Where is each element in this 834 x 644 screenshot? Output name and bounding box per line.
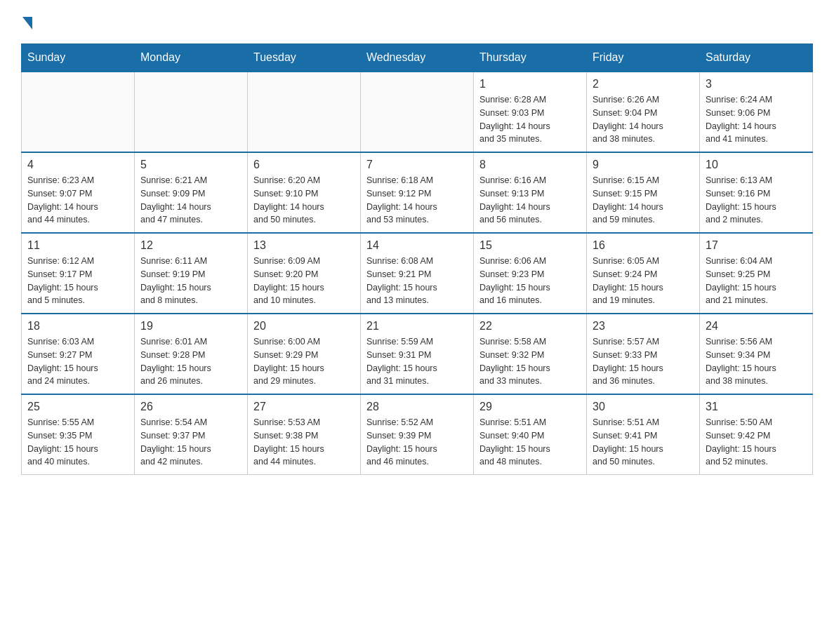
- day-number: 3: [706, 78, 807, 90]
- calendar-cell: 16Sunrise: 6:05 AMSunset: 9:24 PMDayligh…: [587, 233, 700, 314]
- day-number: 11: [27, 239, 128, 252]
- calendar-cell: 29Sunrise: 5:51 AMSunset: 9:40 PMDayligh…: [474, 394, 587, 475]
- day-number: 28: [366, 401, 468, 413]
- weekday-header-thursday: Thursday: [474, 44, 587, 72]
- day-number: 7: [366, 159, 468, 171]
- day-info: Sunrise: 6:00 AMSunset: 9:29 PMDaylight:…: [253, 335, 355, 388]
- day-number: 31: [706, 401, 807, 413]
- calendar-cell: 31Sunrise: 5:50 AMSunset: 9:42 PMDayligh…: [700, 394, 813, 475]
- calendar-cell: 30Sunrise: 5:51 AMSunset: 9:41 PMDayligh…: [587, 394, 700, 475]
- day-info: Sunrise: 6:06 AMSunset: 9:23 PMDaylight:…: [479, 255, 581, 307]
- calendar-cell: 12Sunrise: 6:11 AMSunset: 9:19 PMDayligh…: [135, 233, 248, 314]
- day-number: 1: [479, 78, 581, 90]
- day-info: Sunrise: 6:13 AMSunset: 9:16 PMDaylight:…: [706, 174, 807, 227]
- calendar-cell: 20Sunrise: 6:00 AMSunset: 9:29 PMDayligh…: [248, 314, 361, 394]
- day-number: 2: [593, 78, 694, 90]
- day-info: Sunrise: 6:15 AMSunset: 9:15 PMDaylight:…: [593, 174, 694, 227]
- day-info: Sunrise: 5:51 AMSunset: 9:41 PMDaylight:…: [593, 416, 694, 469]
- weekday-header-saturday: Saturday: [700, 44, 813, 72]
- calendar-cell: 23Sunrise: 5:57 AMSunset: 9:33 PMDayligh…: [587, 314, 700, 394]
- day-number: 10: [706, 159, 807, 171]
- calendar-table: SundayMondayTuesdayWednesdayThursdayFrid…: [21, 43, 813, 475]
- calendar-cell: 17Sunrise: 6:04 AMSunset: 9:25 PMDayligh…: [700, 233, 813, 314]
- day-info: Sunrise: 6:11 AMSunset: 9:19 PMDaylight:…: [140, 255, 241, 307]
- day-number: 6: [253, 159, 355, 171]
- day-info: Sunrise: 5:59 AMSunset: 9:31 PMDaylight:…: [366, 335, 468, 388]
- day-info: Sunrise: 5:51 AMSunset: 9:40 PMDaylight:…: [479, 416, 581, 469]
- day-number: 29: [479, 401, 581, 413]
- weekday-header-friday: Friday: [587, 44, 700, 72]
- day-number: 5: [140, 159, 241, 171]
- calendar-cell: 28Sunrise: 5:52 AMSunset: 9:39 PMDayligh…: [361, 394, 474, 475]
- day-info: Sunrise: 6:24 AMSunset: 9:06 PMDaylight:…: [706, 93, 807, 146]
- day-number: 12: [140, 239, 241, 252]
- day-info: Sunrise: 6:05 AMSunset: 9:24 PMDaylight:…: [593, 255, 694, 307]
- calendar-cell: 5Sunrise: 6:21 AMSunset: 9:09 PMDaylight…: [135, 152, 248, 233]
- day-info: Sunrise: 6:12 AMSunset: 9:17 PMDaylight:…: [27, 255, 128, 307]
- calendar-cell: [361, 72, 474, 152]
- day-info: Sunrise: 5:56 AMSunset: 9:34 PMDaylight:…: [706, 335, 807, 388]
- calendar-cell: 2Sunrise: 6:26 AMSunset: 9:04 PMDaylight…: [587, 72, 700, 152]
- day-number: 30: [593, 401, 694, 413]
- day-info: Sunrise: 6:09 AMSunset: 9:20 PMDaylight:…: [253, 255, 355, 307]
- calendar-cell: 1Sunrise: 6:28 AMSunset: 9:03 PMDaylight…: [474, 72, 587, 152]
- day-number: 18: [27, 320, 128, 333]
- page-header: [21, 14, 813, 29]
- calendar-cell: 21Sunrise: 5:59 AMSunset: 9:31 PMDayligh…: [361, 314, 474, 394]
- day-number: 26: [140, 401, 241, 413]
- day-info: Sunrise: 6:03 AMSunset: 9:27 PMDaylight:…: [27, 335, 128, 388]
- day-info: Sunrise: 5:54 AMSunset: 9:37 PMDaylight:…: [140, 416, 241, 469]
- calendar-cell: 6Sunrise: 6:20 AMSunset: 9:10 PMDaylight…: [248, 152, 361, 233]
- day-number: 19: [140, 320, 241, 333]
- calendar-cell: 25Sunrise: 5:55 AMSunset: 9:35 PMDayligh…: [22, 394, 135, 475]
- day-number: 13: [253, 239, 355, 252]
- day-info: Sunrise: 5:52 AMSunset: 9:39 PMDaylight:…: [366, 416, 468, 469]
- weekday-header-tuesday: Tuesday: [248, 44, 361, 72]
- day-info: Sunrise: 6:23 AMSunset: 9:07 PMDaylight:…: [27, 174, 128, 227]
- day-info: Sunrise: 5:53 AMSunset: 9:38 PMDaylight:…: [253, 416, 355, 469]
- day-number: 14: [366, 239, 468, 252]
- day-number: 17: [706, 239, 807, 252]
- calendar-week-3: 11Sunrise: 6:12 AMSunset: 9:17 PMDayligh…: [22, 233, 813, 314]
- day-info: Sunrise: 5:57 AMSunset: 9:33 PMDaylight:…: [593, 335, 694, 388]
- calendar-cell: 15Sunrise: 6:06 AMSunset: 9:23 PMDayligh…: [474, 233, 587, 314]
- day-info: Sunrise: 6:21 AMSunset: 9:09 PMDaylight:…: [140, 174, 241, 227]
- day-number: 23: [593, 320, 694, 333]
- day-info: Sunrise: 6:16 AMSunset: 9:13 PMDaylight:…: [479, 174, 581, 227]
- day-number: 4: [27, 159, 128, 171]
- day-info: Sunrise: 5:55 AMSunset: 9:35 PMDaylight:…: [27, 416, 128, 469]
- logo-arrow-icon: [22, 17, 32, 29]
- day-number: 22: [479, 320, 581, 333]
- calendar-cell: 11Sunrise: 6:12 AMSunset: 9:17 PMDayligh…: [22, 233, 135, 314]
- day-number: 21: [366, 320, 468, 333]
- calendar-week-4: 18Sunrise: 6:03 AMSunset: 9:27 PMDayligh…: [22, 314, 813, 394]
- calendar-cell: [248, 72, 361, 152]
- day-number: 24: [706, 320, 807, 333]
- day-info: Sunrise: 5:50 AMSunset: 9:42 PMDaylight:…: [706, 416, 807, 469]
- day-number: 15: [479, 239, 581, 252]
- day-number: 20: [253, 320, 355, 333]
- calendar-cell: [135, 72, 248, 152]
- day-info: Sunrise: 6:20 AMSunset: 9:10 PMDaylight:…: [253, 174, 355, 227]
- calendar-week-2: 4Sunrise: 6:23 AMSunset: 9:07 PMDaylight…: [22, 152, 813, 233]
- calendar-cell: 22Sunrise: 5:58 AMSunset: 9:32 PMDayligh…: [474, 314, 587, 394]
- day-number: 8: [479, 159, 581, 171]
- calendar-cell: 18Sunrise: 6:03 AMSunset: 9:27 PMDayligh…: [22, 314, 135, 394]
- day-number: 16: [593, 239, 694, 252]
- calendar-cell: 3Sunrise: 6:24 AMSunset: 9:06 PMDaylight…: [700, 72, 813, 152]
- day-info: Sunrise: 6:18 AMSunset: 9:12 PMDaylight:…: [366, 174, 468, 227]
- logo: [21, 14, 32, 29]
- calendar-cell: 10Sunrise: 6:13 AMSunset: 9:16 PMDayligh…: [700, 152, 813, 233]
- weekday-header-sunday: Sunday: [22, 44, 135, 72]
- day-number: 25: [27, 401, 128, 413]
- calendar-cell: 8Sunrise: 6:16 AMSunset: 9:13 PMDaylight…: [474, 152, 587, 233]
- calendar-cell: 19Sunrise: 6:01 AMSunset: 9:28 PMDayligh…: [135, 314, 248, 394]
- calendar-cell: [22, 72, 135, 152]
- day-number: 9: [593, 159, 694, 171]
- day-info: Sunrise: 6:28 AMSunset: 9:03 PMDaylight:…: [479, 93, 581, 146]
- calendar-cell: 14Sunrise: 6:08 AMSunset: 9:21 PMDayligh…: [361, 233, 474, 314]
- calendar-cell: 27Sunrise: 5:53 AMSunset: 9:38 PMDayligh…: [248, 394, 361, 475]
- day-info: Sunrise: 6:01 AMSunset: 9:28 PMDaylight:…: [140, 335, 241, 388]
- calendar-cell: 9Sunrise: 6:15 AMSunset: 9:15 PMDaylight…: [587, 152, 700, 233]
- weekday-header-monday: Monday: [135, 44, 248, 72]
